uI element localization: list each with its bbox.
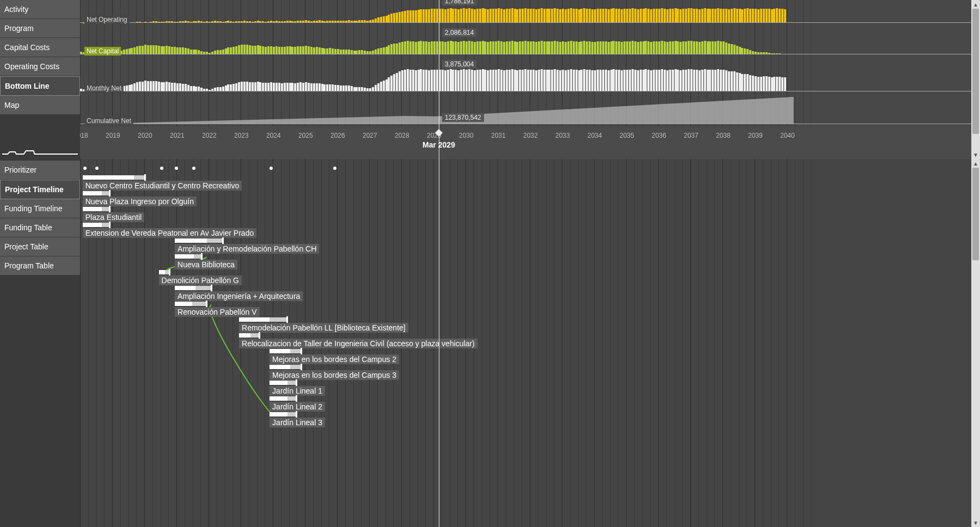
task-bar-phase2[interactable]	[192, 302, 207, 306]
sidebar-item-funding-table[interactable]: Funding Table	[0, 218, 80, 237]
sidebar-item-capital-costs[interactable]: Capital Costs	[0, 38, 80, 57]
milestone-2[interactable]	[160, 167, 163, 170]
task-bar-phase1[interactable]	[270, 349, 290, 353]
year-label-2032: 2032	[523, 132, 538, 139]
year-label-2033: 2033	[555, 132, 570, 139]
sidebar-item-prioritizer[interactable]: Prioritizer	[0, 161, 80, 180]
task-end-cap-icon	[222, 237, 224, 244]
task-bar-phase1[interactable]	[270, 381, 287, 385]
gantt-area[interactable]: Nuevo Centro Estudiantil y Centro Recrea…	[80, 159, 980, 527]
task-bar-phase1[interactable]	[239, 317, 270, 322]
sidebar-item-project-table[interactable]: Project Table	[0, 237, 80, 256]
milestone-1[interactable]	[95, 167, 99, 170]
gantt-scrollbar[interactable]: ▲ ▼	[971, 159, 980, 527]
task-bar-phase2[interactable]	[290, 365, 302, 369]
time-axis[interactable]: 2018201920202021202220232024202520262027…	[80, 126, 980, 159]
chart-panel: Net Operating 1,788,191 Net Capital 2,08…	[80, 0, 980, 126]
task-end-cap-icon	[109, 206, 111, 212]
sidebar-item-funding-timeline[interactable]: Funding Timeline	[0, 199, 80, 218]
task-end-cap-icon	[211, 285, 212, 291]
task-label: Jardín Lineal 3	[270, 418, 325, 427]
task-bar-phase1[interactable]	[83, 191, 102, 195]
task-label: Mejoras en los bordes del Campus 3	[270, 370, 399, 380]
task-end-cap-icon	[259, 332, 260, 339]
task-label: Relocalizacion de Taller de Ingenieria C…	[239, 339, 477, 348]
year-label-2027: 2027	[363, 132, 377, 139]
task-bar-phase2[interactable]	[270, 317, 287, 322]
task-label: Nueva Biblioteca	[175, 260, 237, 269]
task-bar-phase1[interactable]	[175, 286, 195, 290]
chart-row-net-capital[interactable]: Net Capital 2,086,814	[80, 32, 980, 54]
gantt-cursor-line[interactable]	[439, 159, 439, 527]
milestone-5[interactable]	[270, 167, 273, 170]
year-label-2034: 2034	[587, 132, 602, 139]
chart-row-monthly-net[interactable]: Monthly Net 3,875,004	[80, 63, 980, 91]
task-end-cap-icon	[109, 190, 111, 197]
chart-row-net-operating[interactable]: Net Operating 1,788,191	[80, 0, 980, 23]
sidebar-item-project-timeline[interactable]: Project Timeline	[0, 180, 80, 199]
task-end-cap-icon	[286, 316, 288, 323]
task-label: Extension de Vereda Peatonal en Av Javie…	[83, 228, 257, 238]
milestone-3[interactable]	[175, 167, 178, 170]
scroll-down-icon[interactable]: ▼	[971, 150, 980, 159]
task-bar-phase1[interactable]	[270, 412, 287, 416]
task-bar-phase2[interactable]	[207, 238, 223, 243]
sidebar-item-program[interactable]: Program	[0, 19, 80, 38]
task-bar-phase1[interactable]	[175, 302, 192, 306]
year-label-2031: 2031	[491, 132, 506, 139]
task-bar-phase1[interactable]	[83, 207, 102, 211]
task-label: Plaza Estudiantil	[83, 212, 145, 222]
sidebar-item-bottom-line[interactable]: Bottom Line	[0, 76, 80, 96]
chart-row-cumulative-net[interactable]: Cumulative Net 123,870,542	[80, 97, 980, 124]
sidebar: ActivityProgramCapital CostsOperating Co…	[0, 0, 80, 527]
task-bar-phase1[interactable]	[239, 333, 250, 338]
task-bar-phase1[interactable]	[270, 365, 290, 369]
sidebar-item-map[interactable]: Map	[0, 96, 80, 115]
task-label: Remodelación Pabellón LL [Biblioteca Exi…	[239, 323, 408, 333]
task-label: Nueva Plaza Ingreso por Olguín	[83, 197, 197, 206]
sidebar-item-activity[interactable]: Activity	[0, 0, 80, 19]
task-end-cap-icon	[301, 364, 302, 370]
task-bar-phase2[interactable]	[195, 286, 212, 290]
gantt-scroll-thumb[interactable]	[972, 168, 979, 260]
scroll-down-icon[interactable]: ▼	[971, 518, 980, 527]
year-label-2022: 2022	[202, 132, 217, 139]
chart-scrollbar[interactable]: ▲ ▼	[971, 0, 980, 159]
year-label-2023: 2023	[234, 132, 249, 139]
task-bar-phase1[interactable]	[175, 238, 207, 243]
task-bar-phase2[interactable]	[134, 175, 145, 180]
task-bar-phase1[interactable]	[159, 270, 166, 274]
chart-label-cumulative-net: Cumulative Net	[84, 117, 133, 125]
main-view: Net Operating 1,788,191 Net Capital 2,08…	[80, 0, 980, 527]
chart-label-net-capital: Net Capital	[84, 47, 121, 56]
task-end-cap-icon	[296, 411, 297, 418]
year-label-2025: 2025	[298, 132, 313, 139]
year-label-2030: 2030	[459, 132, 474, 139]
task-bar-phase1[interactable]	[270, 396, 287, 401]
chart-scroll-thumb[interactable]	[972, 9, 979, 134]
sidebar-item-operating-costs[interactable]: Operating Costs	[0, 57, 80, 76]
mini-overview[interactable]	[2, 141, 78, 156]
milestone-0[interactable]	[83, 167, 87, 170]
milestone-6[interactable]	[333, 167, 336, 170]
scroll-up-icon[interactable]: ▲	[971, 0, 980, 9]
task-label: Ampliación y Remodelación Pabellón CH	[175, 244, 319, 254]
task-bar-phase1[interactable]	[83, 223, 102, 227]
task-end-cap-icon	[206, 301, 207, 307]
chart-value-cumulative-net: 123,870,542	[442, 113, 484, 122]
chart-cursor-line[interactable]	[439, 0, 439, 126]
year-label-2026: 2026	[330, 132, 345, 139]
milestone-4[interactable]	[192, 167, 195, 170]
task-bar-phase1[interactable]	[175, 254, 194, 259]
task-bar-phase1[interactable]	[83, 175, 134, 180]
task-label: Jardín Lineal 2	[270, 402, 325, 412]
year-label-2038: 2038	[716, 132, 731, 139]
task-label: Demolición Pabellón G	[159, 275, 242, 285]
task-bar-phase2[interactable]	[290, 349, 302, 353]
task-end-cap-icon	[296, 395, 297, 402]
scroll-up-icon[interactable]: ▲	[971, 159, 980, 168]
chart-value-monthly-net: 3,875,004	[442, 60, 476, 69]
sidebar-separator	[0, 115, 80, 139]
year-label-2036: 2036	[652, 132, 666, 139]
sidebar-item-program-table[interactable]: Program Table	[0, 256, 80, 275]
